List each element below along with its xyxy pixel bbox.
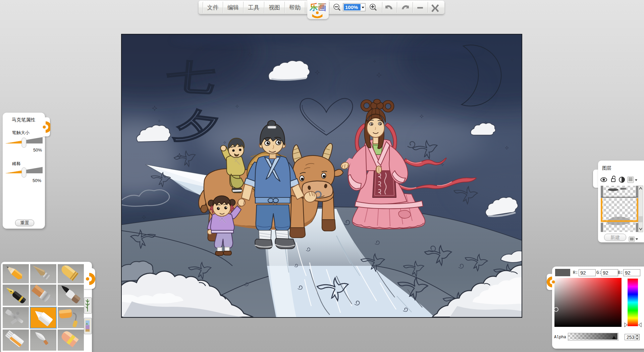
svg-text:夕: 夕 xyxy=(171,104,221,149)
svg-text:乐: 乐 xyxy=(309,2,318,12)
svg-text:画: 画 xyxy=(318,2,326,12)
svg-text:七: 七 xyxy=(165,57,217,97)
svg-text:100%: 100% xyxy=(345,4,358,10)
